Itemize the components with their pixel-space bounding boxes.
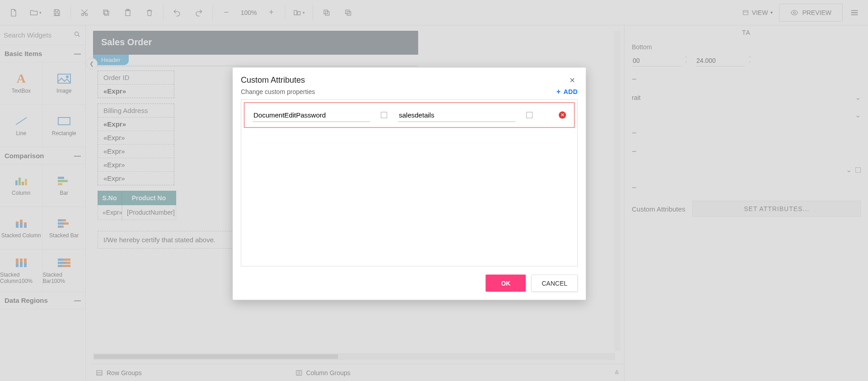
close-icon: ✕ bbox=[560, 112, 565, 118]
plus-icon: + bbox=[556, 87, 561, 95]
modal-hint: Change custom properties bbox=[241, 88, 315, 95]
modal-header: Custom Attributes bbox=[233, 67, 586, 87]
attribute-name-input[interactable] bbox=[252, 108, 370, 122]
modal-body: ✕ bbox=[241, 99, 578, 266]
modal-footer: OK CANCEL bbox=[233, 274, 586, 300]
attribute-name-checkbox[interactable] bbox=[381, 112, 387, 118]
cancel-button[interactable]: CANCEL bbox=[531, 274, 578, 292]
custom-attributes-modal: Custom Attributes Change custom properti… bbox=[233, 67, 586, 300]
close-icon bbox=[569, 77, 575, 83]
add-attribute-button[interactable]: + ADD bbox=[556, 87, 578, 95]
attribute-value-input[interactable] bbox=[398, 108, 515, 122]
attribute-value-checkbox[interactable] bbox=[526, 112, 532, 118]
delete-attribute-button[interactable]: ✕ bbox=[559, 111, 566, 118]
modal-subheader: Change custom properties + ADD bbox=[233, 87, 586, 99]
attribute-row: ✕ bbox=[244, 102, 574, 127]
ok-button[interactable]: OK bbox=[485, 274, 526, 292]
add-label: ADD bbox=[564, 88, 578, 95]
modal-close-button[interactable] bbox=[567, 75, 578, 85]
modal-title: Custom Attributes bbox=[241, 75, 305, 85]
